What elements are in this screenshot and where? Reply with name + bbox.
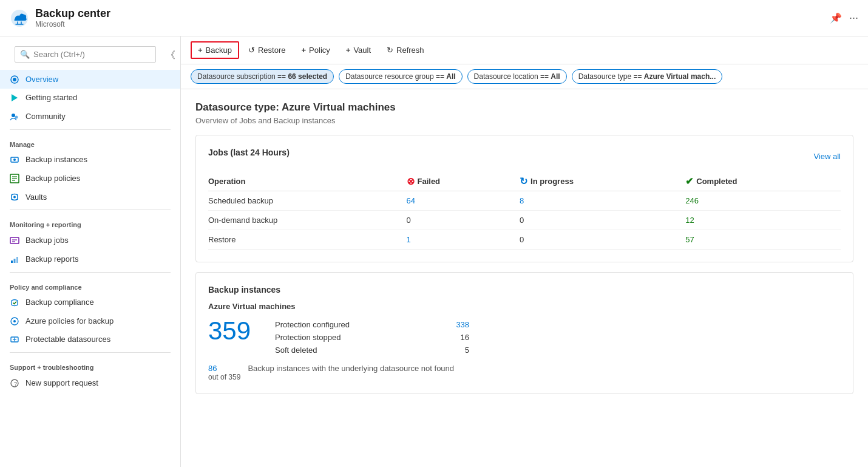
jobs-card-header: Jobs (last 24 Hours) View all xyxy=(208,148,841,165)
instances-row-value[interactable]: 338 xyxy=(456,320,469,329)
divider-policy xyxy=(10,272,171,273)
svg-point-5 xyxy=(15,115,18,118)
svg-text:?: ? xyxy=(14,381,17,387)
sidebar-item-backup-reports[interactable]: Backup reports xyxy=(0,250,180,268)
instances-bottom-number[interactable]: 86 xyxy=(208,364,240,373)
refresh-icon: ↻ xyxy=(387,46,393,55)
vault-button[interactable]: + Vault xyxy=(339,42,378,58)
policy-section-label: Policy and compliance xyxy=(0,276,180,293)
svg-point-20 xyxy=(13,320,16,322)
vault-plus-icon: + xyxy=(346,46,351,55)
app-logo-icon xyxy=(10,9,29,28)
more-icon[interactable]: ··· xyxy=(849,12,858,24)
community-icon xyxy=(10,111,19,121)
search-box[interactable]: 🔍 xyxy=(15,46,156,63)
filter-datasource-type[interactable]: Datasource type == Azure Virtual mach... xyxy=(572,69,723,84)
completed-status-icon: ✔ xyxy=(685,176,693,187)
jobs-card-title: Jobs (last 24 Hours) xyxy=(208,148,290,157)
sidebar-item-backup-instances-label: Backup instances xyxy=(25,155,87,164)
restore-button[interactable]: ↺ Restore xyxy=(242,42,293,58)
sidebar-item-getting-started-label: Getting started xyxy=(25,93,77,102)
policy-plus-icon: + xyxy=(302,46,307,55)
sidebar-item-backup-instances[interactable]: Backup instances xyxy=(0,151,180,169)
divider-manage xyxy=(10,129,171,130)
sidebar-item-overview[interactable]: Overview xyxy=(0,70,180,89)
sidebar-item-overview-label: Overview xyxy=(25,75,58,84)
search-icon: 🔍 xyxy=(20,50,30,59)
svg-rect-18 xyxy=(16,257,18,263)
svg-rect-16 xyxy=(11,261,13,263)
jobs-table: Operation ⊗ Failed ↻ In progress xyxy=(208,172,841,250)
support-section-label: Support + troubleshooting xyxy=(0,356,180,373)
sidebar-item-backup-compliance[interactable]: Backup compliance xyxy=(0,293,180,312)
sidebar-item-new-support-request-label: New support request xyxy=(25,378,98,387)
instances-row: Protection configured 338 xyxy=(275,318,469,331)
instances-row-value: 5 xyxy=(465,346,469,355)
instances-grid: 359 Protection configured 338 Protection… xyxy=(208,318,841,356)
sidebar-item-protectable-datasources[interactable]: Protectable datasources xyxy=(0,330,180,349)
plus-icon: + xyxy=(198,46,203,55)
manage-section-label: Manage xyxy=(0,134,180,151)
refresh-button-label: Refresh xyxy=(396,46,424,55)
overview-icon xyxy=(10,74,19,84)
backup-compliance-icon xyxy=(10,298,19,308)
app-subtitle: Microsoft xyxy=(35,20,830,29)
backup-policies-icon xyxy=(10,173,19,183)
sidebar: 🔍 《 Overview Getting started Community xyxy=(0,36,181,467)
col-failed: ⊗ Failed xyxy=(402,172,515,191)
table-row: Restore 1 0 57 xyxy=(208,230,841,250)
inprogress-cell[interactable]: 8 xyxy=(515,191,680,211)
inprogress-cell: 0 xyxy=(515,211,680,230)
filter-subscription-label: Datasource subscription == 66 selected xyxy=(197,72,327,81)
failed-cell[interactable]: 64 xyxy=(402,191,515,211)
sidebar-item-backup-policies[interactable]: Backup policies xyxy=(0,169,180,188)
instances-big-number[interactable]: 359 xyxy=(208,318,251,344)
filter-location-label: Datasource location == All xyxy=(474,72,560,81)
svg-point-7 xyxy=(13,159,16,161)
completed-cell[interactable]: 246 xyxy=(680,191,841,211)
instances-bottom-sublabel: out of 359 xyxy=(208,373,240,381)
sidebar-item-getting-started[interactable]: Getting started xyxy=(0,89,180,107)
view-all-link[interactable]: View all xyxy=(813,152,841,161)
app-title: Backup center xyxy=(35,7,830,20)
table-row: On-demand backup 0 0 12 xyxy=(208,211,841,230)
failed-cell[interactable]: 1 xyxy=(402,230,515,250)
collapse-sidebar-button[interactable]: 《 xyxy=(166,49,175,62)
instances-row-value: 16 xyxy=(461,333,469,342)
top-header: Backup center Microsoft 📌 ··· xyxy=(0,0,868,36)
sidebar-item-backup-jobs[interactable]: Backup jobs xyxy=(0,231,180,250)
vaults-icon xyxy=(10,192,19,202)
completed-cell[interactable]: 12 xyxy=(680,211,841,230)
policy-button[interactable]: + Policy xyxy=(295,42,337,58)
svg-marker-3 xyxy=(12,94,18,101)
filter-resource-group[interactable]: Datasource resource group == All xyxy=(339,69,462,84)
sidebar-item-community[interactable]: Community xyxy=(0,107,180,126)
sidebar-item-new-support-request[interactable]: ? New support request xyxy=(0,373,180,392)
instances-bottom-desc: Backup instances with the underlying dat… xyxy=(248,364,454,381)
completed-cell[interactable]: 57 xyxy=(680,230,841,250)
instances-row-label: Soft deleted xyxy=(275,346,317,355)
toolbar: + Backup ↺ Restore + Policy + Vault ↻ Re… xyxy=(181,36,868,64)
restore-icon: ↺ xyxy=(248,46,255,55)
policy-button-label: Policy xyxy=(309,46,330,55)
backup-button[interactable]: + Backup xyxy=(191,41,239,59)
restore-button-label: Restore xyxy=(258,46,286,55)
pin-icon[interactable]: 📌 xyxy=(830,12,842,24)
vault-button-label: Vault xyxy=(353,46,371,55)
filter-location[interactable]: Datasource location == All xyxy=(467,69,567,84)
instances-row-label: Protection stopped xyxy=(275,333,341,342)
svg-point-12 xyxy=(13,196,16,199)
filter-subscription[interactable]: Datasource subscription == 66 selected xyxy=(191,69,334,84)
monitoring-section-label: Monitoring + reporting xyxy=(0,214,180,231)
instances-card: Backup instances Azure Virtual machines … xyxy=(195,272,853,394)
content-area: + Backup ↺ Restore + Policy + Vault ↻ Re… xyxy=(181,36,868,467)
sidebar-item-azure-policies[interactable]: Azure policies for backup xyxy=(0,312,180,330)
azure-policies-icon xyxy=(10,316,19,326)
search-input[interactable] xyxy=(33,50,151,59)
backup-jobs-icon xyxy=(10,235,19,245)
refresh-button[interactable]: ↻ Refresh xyxy=(380,42,431,58)
backup-reports-icon xyxy=(10,254,19,264)
instances-row-label: Protection configured xyxy=(275,320,350,329)
instances-bottom-info: 86 out of 359 Backup instances with the … xyxy=(208,364,841,381)
sidebar-item-vaults[interactable]: Vaults xyxy=(0,188,180,206)
